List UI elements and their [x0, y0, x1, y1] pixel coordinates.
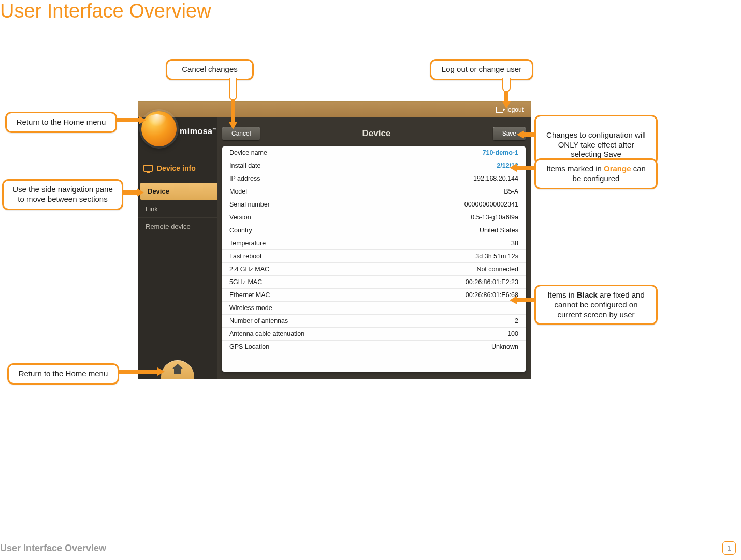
- page-number: 1: [722, 541, 736, 555]
- row-label: 2.4 GHz MAC: [229, 266, 269, 273]
- table-row: Device name710-demo-1: [222, 146, 526, 159]
- row-value[interactable]: 710-demo-1: [483, 149, 518, 156]
- row-value: United States: [480, 227, 518, 234]
- row-value: 3d 3h 51m 12s: [475, 253, 518, 260]
- row-label: Temperature: [229, 240, 266, 247]
- row-value: B5-A: [504, 188, 518, 195]
- table-row: IP address192.168.20.144: [222, 172, 526, 185]
- row-label: Model: [229, 188, 247, 195]
- logo-circle-icon: [141, 111, 177, 146]
- sidebar: mimosa™ Device info Device Link Remote d…: [138, 117, 217, 379]
- content-area: Cancel Device Save Device name710-demo-1…: [217, 117, 531, 379]
- row-label: Last reboot: [229, 253, 262, 260]
- row-label: Number of antennas: [229, 317, 288, 325]
- callout-save: Changes to configuration will ONLY take …: [534, 115, 658, 165]
- sidebar-item-link[interactable]: Link: [138, 200, 217, 217]
- table-row: Temperature38: [222, 237, 526, 250]
- table-row: Last reboot3d 3h 51m 12s: [222, 250, 526, 263]
- row-label: Version: [229, 214, 251, 221]
- table-row: 5GHz MAC00:26:86:01:E2:23: [222, 276, 526, 289]
- sidebar-item-remote-device[interactable]: Remote device: [138, 217, 217, 235]
- callout-home-bottom: Return to the Home menu: [7, 363, 119, 385]
- row-value: Not connected: [476, 266, 518, 273]
- callout-home-top: Return to the Home menu: [5, 112, 117, 133]
- row-label: Antenna cable attenuation: [229, 330, 304, 337]
- row-value: 38: [511, 240, 518, 247]
- row-label: Ethernet MAC: [229, 291, 270, 299]
- table-row: ModelB5-A: [222, 185, 526, 198]
- sidebar-section-label: Device info: [157, 164, 196, 172]
- monitor-icon: [143, 165, 153, 172]
- home-button[interactable]: [161, 360, 194, 379]
- row-label: Wireless mode: [229, 304, 272, 312]
- row-value: 192.168.20.144: [473, 175, 518, 182]
- table-row: Serial number000000000002341: [222, 198, 526, 211]
- callout-sidenav: Use the side navigation pane to move bet…: [2, 179, 123, 210]
- row-label: 5GHz MAC: [229, 278, 262, 286]
- callout-cancel: Cancel changes: [166, 59, 254, 80]
- table-row: GPS LocationUnknown: [222, 341, 526, 353]
- sidebar-item-device[interactable]: Device: [140, 183, 217, 200]
- top-bar: logout: [138, 102, 531, 117]
- sidebar-section-device-info[interactable]: Device info: [138, 162, 217, 174]
- cancel-button[interactable]: Cancel: [222, 127, 260, 140]
- table-row: Antenna cable attenuation100: [222, 328, 526, 341]
- row-value: Unknown: [491, 343, 518, 350]
- callout-orange: Items marked in Orange can be configured: [534, 158, 658, 189]
- table-row: Version0.5-13-g10a6f9a: [222, 211, 526, 224]
- device-info-panel: Device name710-demo-1Install date2/12/13…: [222, 146, 526, 372]
- page-title: User Interface Overview: [0, 0, 211, 22]
- table-row: Ethernet MAC00:26:86:01:E6:68: [222, 289, 526, 302]
- logo-text: mimosa™: [180, 127, 216, 136]
- table-row: 2.4 GHz MACNot connected: [222, 263, 526, 276]
- row-value: 000000000002341: [464, 201, 518, 208]
- row-label: Serial number: [229, 201, 270, 208]
- row-label: GPS Location: [229, 343, 269, 350]
- sidebar-nav: Device Link Remote device: [138, 183, 217, 235]
- row-value: 00:26:86:01:E2:23: [466, 278, 518, 286]
- logo[interactable]: mimosa™: [141, 111, 177, 146]
- table-row: Number of antennas2: [222, 315, 526, 328]
- row-value: 100: [507, 330, 518, 337]
- app-body: mimosa™ Device info Device Link Remote d…: [138, 117, 531, 379]
- table-row: CountryUnited States: [222, 224, 526, 237]
- row-label: Device name: [229, 149, 267, 156]
- callout-logout: Log out or change user: [430, 59, 533, 80]
- row-label: IP address: [229, 175, 260, 182]
- table-row: Wireless mode: [222, 302, 526, 315]
- panel-title: Device: [362, 128, 391, 139]
- row-label: Install date: [229, 162, 260, 169]
- row-value: 0.5-13-g10a6f9a: [471, 214, 518, 221]
- row-value: 2: [515, 317, 518, 325]
- table-row: Install date2/12/13: [222, 159, 526, 172]
- row-label: Country: [229, 227, 252, 234]
- panel-header: Cancel Device Save: [217, 117, 531, 146]
- app-window: logout mimosa™ Device info Device Link R…: [138, 101, 531, 379]
- home-icon: [172, 365, 183, 374]
- callout-black: Items in Black are fixed and cannot be c…: [534, 285, 658, 325]
- footer-title: User Interface Overview: [0, 543, 106, 554]
